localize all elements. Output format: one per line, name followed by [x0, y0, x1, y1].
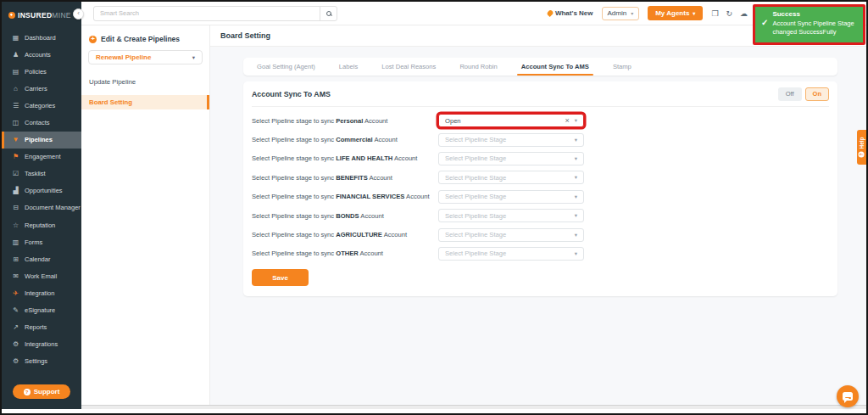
row-account-type: Personal — [336, 117, 363, 125]
chevron-down-icon: ▾ — [575, 232, 577, 238]
sidebar-item-engagement[interactable]: ⚑ Engagement — [2, 149, 81, 165]
help-circle-icon: ? — [859, 152, 865, 158]
pipeline-stage-select-agriculture[interactable]: Select Pipeline Stage × ▾ — [438, 228, 584, 242]
select-value: Select Pipeline Stage — [445, 136, 575, 143]
admin-dropdown[interactable]: Admin ▾ — [602, 7, 640, 20]
pipeline-stage-select-personal[interactable]: Open × ▾ — [438, 114, 584, 127]
my-agents-button[interactable]: My Agents ▾ — [648, 6, 703, 20]
bottom-strip — [81, 405, 866, 409]
row-account-type: AGRICULTURE — [336, 231, 382, 238]
sidebar-item-esignature[interactable]: ✎ eSignature — [2, 302, 81, 319]
tab-account-sync-to-ams[interactable]: Account Sync To AMS — [509, 58, 601, 76]
search-input[interactable] — [94, 9, 320, 17]
pipeline-stage-select-bonds[interactable]: Select Pipeline Stage × ▾ — [438, 209, 584, 222]
add-pipeline-icon[interactable]: + — [89, 36, 97, 43]
search-bar — [93, 6, 337, 21]
panel-item-update-pipeline[interactable]: Update Pipeline — [81, 75, 209, 89]
sidebar-item-label: Reputation — [25, 222, 55, 229]
reputation-icon: ☆ — [12, 222, 19, 229]
success-toast[interactable]: ✓ Success Account Sync Pipeline Stage ch… — [753, 4, 865, 45]
row-label-prefix: Select Pipeline stage to sync — [252, 117, 334, 125]
pipeline-stage-select-benefits[interactable]: Select Pipeline Stage × ▾ — [438, 171, 584, 184]
save-button[interactable]: Save — [252, 269, 309, 286]
toggle-on-button[interactable]: On — [805, 87, 829, 101]
row-account-type: Commercial — [336, 136, 372, 143]
select-value: Open — [445, 117, 565, 125]
support-button[interactable]: ? Support — [13, 384, 71, 399]
sidebar-item-label: Forms — [25, 238, 42, 246]
row-label-suffix: Account — [360, 212, 383, 220]
tab-bar: Goal Setting (Agent) Labels Lost Deal Re… — [243, 58, 837, 76]
panel-item-label: Board Setting — [89, 98, 132, 106]
sidebar-item-integrations[interactable]: ⚙ Integrations — [2, 336, 81, 353]
pipeline-stage-select-other[interactable]: Select Pipeline Stage × ▾ — [438, 247, 584, 261]
tab-label: Goal Setting (Agent) — [257, 63, 315, 70]
refresh-icon[interactable]: ↻ — [726, 9, 732, 18]
tab-label: Labels — [339, 63, 358, 70]
pipelines-panel-menu: Update Pipeline Board Setting — [81, 75, 209, 109]
sidebar-item-reports[interactable]: ↗ Reports — [2, 319, 81, 336]
search-button[interactable] — [320, 7, 337, 20]
sidebar-item-work-email[interactable]: ✉ Work Email — [2, 267, 81, 284]
sidebar-item-reputation[interactable]: ☆ Reputation — [2, 216, 81, 233]
whats-new-link[interactable]: What's New — [548, 9, 593, 17]
brand-name-light: MINE — [52, 11, 70, 20]
sync-toggle: Off On — [778, 87, 829, 101]
sidebar-item-carriers[interactable]: ⌂ Carriers — [2, 80, 81, 97]
sidebar-item-forms[interactable]: ▥ Forms — [2, 233, 81, 250]
panel-item-board-setting[interactable]: Board Setting — [81, 95, 209, 109]
chevron-down-icon: ▾ — [575, 137, 577, 143]
sync-row-label: Select Pipeline stage to sync AGRICULTUR… — [252, 231, 438, 238]
flame-icon — [546, 9, 554, 17]
policies-icon: ▤ — [12, 68, 19, 76]
sidebar-item-dashboard[interactable]: ▦ Dashboard — [2, 29, 81, 46]
chevron-down-icon: ▾ — [575, 212, 577, 219]
sidebar-item-label: Document Manager — [25, 204, 81, 211]
select-value: Select Pipeline Stage — [445, 250, 575, 257]
sidebar-item-label: Work Email — [25, 272, 57, 280]
sidebar-item-integration[interactable]: ✈ Integration — [2, 284, 81, 301]
brand-logo-icon — [8, 12, 15, 19]
work-email-icon: ✉ — [12, 272, 19, 280]
toggle-off-button[interactable]: Off — [778, 87, 802, 101]
sidebar-item-accounts[interactable]: ♟ Accounts — [2, 46, 81, 63]
cloud-sync-icon[interactable]: ☁ — [740, 9, 748, 18]
pipeline-stage-select-commercial[interactable]: Select Pipeline Stage × ▾ — [438, 133, 584, 147]
sidebar-collapse-button[interactable]: ‹ — [73, 8, 84, 20]
tab-lost-deal-reasons[interactable]: Lost Deal Reasons — [370, 58, 448, 76]
sidebar-item-tasklist[interactable]: ☑ Tasklist — [2, 165, 81, 182]
sidebar-item-label: eSignature — [25, 306, 55, 314]
settings-icon: ⚙ — [12, 357, 19, 365]
clear-icon[interactable]: × — [565, 117, 569, 125]
sidebar-item-document-manager[interactable]: ⊟ Document Manager — [2, 199, 81, 216]
engagement-icon: ⚑ — [12, 153, 19, 160]
sync-row-label: Select Pipeline stage to sync BONDS Acco… — [252, 212, 438, 220]
chat-widget-button[interactable] — [837, 385, 859, 407]
sidebar-item-calendar[interactable]: ⊞ Calendar — [2, 250, 81, 267]
tab-stamp[interactable]: Stamp — [601, 58, 643, 76]
pipeline-select[interactable]: Renewal Pipeline ▾ — [88, 50, 203, 64]
device-book-icon[interactable]: ❒ — [711, 9, 718, 18]
integrations-icon: ⚙ — [12, 340, 19, 348]
tab-labels[interactable]: Labels — [327, 58, 370, 76]
sidebar-item-pipelines[interactable]: ▼ Pipelines — [2, 132, 81, 149]
sync-row-label: Select Pipeline stage to sync OTHER Acco… — [252, 250, 438, 257]
pipeline-stage-select-life-and-health[interactable]: Select Pipeline Stage × ▾ — [438, 152, 584, 165]
sidebar-item-categories[interactable]: ☰ Categories — [2, 97, 81, 114]
row-label-suffix: Account — [374, 136, 397, 143]
sidebar-item-opportunities[interactable]: ▟ Opportunities — [2, 182, 81, 199]
sidebar-item-contacts[interactable]: ◫ Contacts — [2, 114, 81, 131]
brand-name-bold: INSURED — [18, 11, 52, 20]
page-title: Board Setting — [220, 31, 270, 40]
sidebar-item-settings[interactable]: ⚙ Settings — [2, 353, 81, 370]
sidebar-item-policies[interactable]: ▤ Policies — [2, 63, 81, 80]
help-tab[interactable]: ? Help — [857, 130, 866, 165]
help-circle-icon: ? — [24, 389, 31, 395]
search-icon — [326, 11, 331, 16]
row-label-prefix: Select Pipeline stage to sync — [252, 212, 334, 220]
categories-icon: ☰ — [12, 102, 19, 109]
row-label-suffix: Account — [394, 154, 417, 162]
tab-goal-setting-agent[interactable]: Goal Setting (Agent) — [245, 58, 327, 76]
tab-round-robin[interactable]: Round Robin — [448, 58, 509, 76]
pipeline-stage-select-financial-services[interactable]: Select Pipeline Stage × ▾ — [438, 190, 584, 204]
